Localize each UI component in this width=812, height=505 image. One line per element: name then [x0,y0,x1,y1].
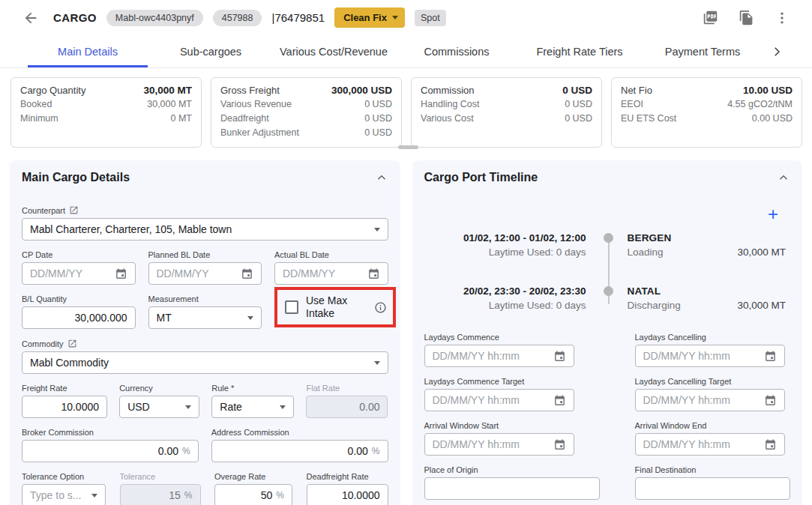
cp-date-input[interactable]: DD/MM/YY [22,262,136,285]
calendar-icon[interactable] [115,267,127,280]
chevron-down-icon [392,16,398,19]
card-value: 0 USD [562,83,592,97]
card-value: 30,000 MT [147,97,192,112]
calendar-icon[interactable] [553,438,566,451]
laydays-commence-input[interactable]: DD/MM/YY hh:mm [424,345,574,367]
chevron-down-icon [247,316,253,320]
card-value: 0.00 USD [752,112,793,126]
actual-bl-date-input[interactable]: DD/MM/YY [274,262,388,285]
laydays-cancelling-target-input[interactable]: DD/MM/YY hh:mm [635,389,785,411]
pdf-export-icon[interactable] [703,10,718,25]
rule-select[interactable]: Rate [211,396,294,418]
place-of-origin-label: Place of Origin [424,465,478,474]
arrival-window-start-input[interactable]: DD/MM/YY hh:mm [424,433,574,456]
tolerance-option-label: Tolerance Option [22,472,84,481]
timeline-entry-discharging[interactable]: 20/02, 23:30 - 20/02, 23:30 Laytime Used… [424,285,791,311]
card-label: Deadfreight [220,112,269,126]
final-destination-label: Final Destination [635,465,697,474]
add-port-button[interactable]: + [768,207,778,222]
broker-commission-input[interactable]: 0.00 % [22,440,199,462]
measurement-select[interactable]: MT [148,306,262,329]
status-dropdown-button[interactable]: Clean Fix [334,7,405,28]
calendar-icon[interactable] [764,438,777,451]
measurement-label: Measurement [148,294,199,303]
calendar-icon[interactable] [367,267,380,280]
tab-bar: Main Details Sub-cargoes Various Cost/Re… [0,35,812,68]
timeline-dot [604,233,613,243]
commodity-value: Mabl Commodity [30,357,109,369]
card-label: Booked [20,97,52,112]
card-label: Handling Cost [421,97,480,112]
port-operation: Loading [628,247,672,258]
bl-quantity-label: B/L Quantity [22,294,67,303]
external-link-icon[interactable] [67,339,77,348]
scrollbar-thumb[interactable] [398,145,418,149]
copy-icon[interactable] [739,10,754,25]
arrival-window-end-input[interactable]: DD/MM/YY hh:mm [635,433,785,456]
calendar-icon[interactable] [553,350,566,363]
info-icon[interactable] [374,301,387,314]
chevron-down-icon [91,494,97,498]
measurement-value: MT [157,312,172,324]
overage-rate-input[interactable]: 50 % [214,484,292,505]
percent-suffix: % [184,490,193,501]
broker-commission-label: Broker Commission [22,428,94,437]
collapse-chevron-icon[interactable] [777,171,790,184]
card-net-fio: Net Fio10.00 USD EEOI4.55 gCO2/tNM EU ET… [611,77,802,148]
laydays-commence-target-input[interactable]: DD/MM/YY hh:mm [424,389,574,411]
chevron-right-icon[interactable] [764,35,790,67]
address-commission-label: Address Commission [211,428,289,437]
calendar-icon[interactable] [553,394,566,407]
percent-suffix: % [372,446,380,456]
card-value: 0 USD [565,112,592,126]
card-label: Cargo Quantity [20,83,85,97]
panel-title: Cargo Port Timeline [424,171,538,184]
actual-bl-date-label: Actual BL Date [274,250,329,259]
laydays-cancelling-label: Laydays Cancelling [635,333,706,342]
external-link-icon[interactable] [69,205,79,215]
planned-bl-date-input[interactable]: DD/MM/YY [148,262,262,285]
use-max-intake-highlight: Use Max Intake [274,287,396,327]
tolerance-option-select[interactable]: Type to s... [22,484,106,505]
tab-various-cost-revenue[interactable]: Various Cost/Revenue [272,35,395,67]
bl-quantity-value: 30,000.000 [74,312,127,324]
tab-commissions[interactable]: Commissions [395,35,518,67]
tab-sub-cargoes[interactable]: Sub-cargoes [149,35,272,67]
calendar-icon[interactable] [241,267,253,280]
tab-main-details[interactable]: Main Details [26,35,149,67]
card-label: Various Revenue [220,97,292,112]
kebab-menu-icon[interactable] [775,10,790,25]
page-title: CARGO [53,11,97,24]
chevron-down-icon [280,405,286,409]
placeholder: DD/MM/YY hh:mm [433,438,520,450]
placeholder: DD/MM/YY [283,267,335,279]
freight-rate-input[interactable]: 10.0000 [22,396,107,418]
deadfreight-rate-input[interactable]: 10.0000 [307,484,388,505]
bl-quantity-input[interactable]: 30,000.000 [22,306,136,329]
final-destination-input[interactable] [635,477,791,500]
placeholder: DD/MM/YY hh:mm [433,394,520,406]
address-commission-input[interactable]: 0.00 % [211,440,388,462]
currency-value: USD [127,401,150,413]
rule-value: Rate [220,401,242,413]
use-max-intake-checkbox[interactable] [285,300,298,314]
commodity-select[interactable]: Mabl Commodity [22,351,388,374]
chevron-down-icon [374,361,380,365]
back-arrow-icon[interactable] [22,10,39,26]
panel-title: Main Cargo Details [22,171,130,184]
tab-payment-terms[interactable]: Payment Terms [641,35,764,67]
card-label: Net Fio [621,83,652,97]
currency-select[interactable]: USD [119,396,199,418]
tab-freight-rate-tiers[interactable]: Freight Rate Tiers [518,35,641,67]
port-quantity: 30,000 MT [737,247,790,258]
port-quantity: 30,000 MT [737,300,790,311]
collapse-chevron-icon[interactable] [375,171,388,184]
flat-rate-label: Flat Rate [306,384,340,393]
calendar-icon[interactable] [764,350,777,363]
calendar-icon[interactable] [764,394,777,407]
percent-suffix: % [276,490,284,501]
counterpart-select[interactable]: Mabl Charterer, Charterer, 105, Mable to… [22,218,388,241]
laydays-cancelling-input[interactable]: DD/MM/YY hh:mm [635,345,785,367]
place-of-origin-input[interactable] [424,477,600,500]
timeline-entry-loading[interactable]: 01/02, 12:00 - 01/02, 12:00 Laytime Used… [424,232,791,258]
